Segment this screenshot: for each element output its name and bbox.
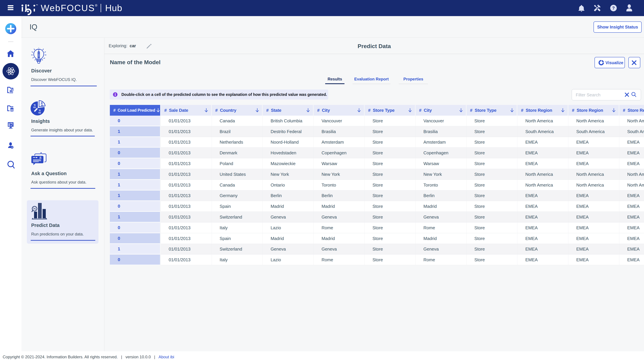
svg-text:01: 01 (33, 106, 36, 109)
svg-text:?: ? (612, 6, 615, 10)
svg-text:02: 02 (38, 111, 41, 114)
svg-text:™: ™ (36, 4, 38, 6)
